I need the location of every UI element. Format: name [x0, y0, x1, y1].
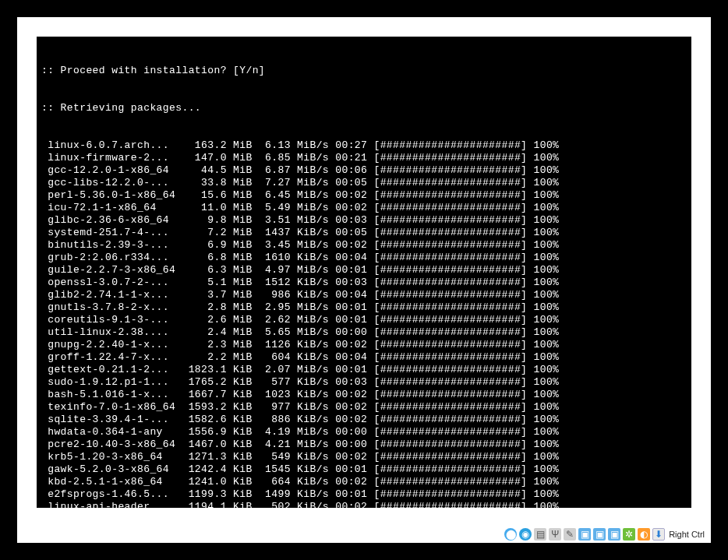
hard-disk-icon[interactable]: ⬤ [504, 528, 517, 541]
download-row: gawk-5.2.0-3-x86_64 1242.4 KiB 1545 KiB/… [41, 463, 687, 476]
download-row: sudo-1.9.12.p1-1... 1765.2 KiB 577 KiB/s… [41, 376, 687, 389]
vm-statusbar: ⬤ ◉ ▤ Ψ ✎ ▣ ▣ ▣ ✲ ◐ ⬇ Right Ctrl [33, 526, 709, 543]
floppy-icon[interactable]: ▤ [534, 528, 546, 541]
host-key-label: Right Ctrl [669, 530, 705, 539]
download-row: kbd-2.5.1-1-x86_64 1241.0 KiB 664 KiB/s … [41, 476, 687, 488]
download-row: e2fsprogs-1.46.5... 1199.3 KiB 1499 KiB/… [41, 488, 687, 501]
download-row: icu-72.1-1-x86_64 11.0 MiB 5.49 MiB/s 00… [41, 202, 687, 214]
display-icon[interactable]: ▣ [578, 528, 591, 541]
download-row: krb5-1.20-3-x86_64 1271.3 KiB 549 KiB/s … [41, 451, 687, 463]
host-key-icon[interactable]: ⬇ [652, 528, 665, 541]
download-row: grub-2:2.06.r334... 6.8 MiB 1610 KiB/s 0… [41, 252, 687, 264]
recording-icon[interactable]: ▣ [593, 528, 606, 541]
download-row: coreutils-9.1-3-... 2.6 MiB 2.62 MiB/s 0… [41, 314, 687, 326]
download-row: groff-1.22.4-7-x... 2.2 MiB 604 KiB/s 00… [41, 351, 687, 364]
download-row: linux-6.0.7.arch... 163.2 MiB 6.13 MiB/s… [41, 139, 687, 152]
download-row: openssl-3.0.7-2-... 5.1 MiB 1512 KiB/s 0… [41, 276, 687, 289]
download-row: linux-firmware-2... 147.0 MiB 6.85 MiB/s… [41, 152, 687, 164]
shared-folder-icon[interactable]: ✎ [564, 528, 576, 541]
optical-disk-icon[interactable]: ◉ [519, 528, 532, 541]
terminal-output[interactable]: :: Proceed with installation? [Y/n] :: R… [37, 37, 691, 508]
download-row: perl-5.36.0-1-x86_64 15.6 MiB 6.45 MiB/s… [41, 189, 687, 202]
prompt-line: :: Proceed with installation? [Y/n] [41, 65, 687, 77]
video-capture-icon[interactable]: ▣ [608, 528, 620, 541]
retrieving-line: :: Retrieving packages... [41, 102, 687, 114]
usb-icon[interactable]: Ψ [549, 528, 561, 541]
download-row: glib2-2.74.1-1-x... 3.7 MiB 986 KiB/s 00… [41, 289, 687, 301]
download-row: pcre2-10.40-3-x86_64 1467.0 KiB 4.21 MiB… [41, 438, 687, 451]
download-row: texinfo-7.0-1-x86_64 1593.2 KiB 977 KiB/… [41, 401, 687, 414]
download-row: gnutls-3.7.8-2-x... 2.8 MiB 2.95 MiB/s 0… [41, 301, 687, 314]
download-row: binutils-2.39-3-... 6.9 MiB 3.45 MiB/s 0… [41, 239, 687, 252]
download-row: systemd-251.7-4-... 7.2 MiB 1437 KiB/s 0… [41, 227, 687, 239]
download-row: gcc-12.2.0-1-x86_64 44.5 MiB 6.87 MiB/s … [41, 164, 687, 177]
download-row: gettext-0.21.1-2... 1823.1 KiB 2.07 MiB/… [41, 364, 687, 376]
download-row: glibc-2.36-6-x86_64 9.8 MiB 3.51 MiB/s 0… [41, 214, 687, 227]
download-row: sqlite-3.39.4-1-... 1582.6 KiB 886 KiB/s… [41, 414, 687, 426]
download-row: linux-api-header... 1194.1 KiB 502 KiB/s… [41, 501, 687, 508]
network-icon[interactable]: ✲ [623, 528, 635, 541]
download-row: hwdata-0.364-1-any 1556.9 KiB 4.19 MiB/s… [41, 426, 687, 438]
download-row: util-linux-2.38.... 2.4 MiB 5.65 MiB/s 0… [41, 326, 687, 339]
download-row: gnupg-2.2.40-1-x... 2.3 MiB 1126 KiB/s 0… [41, 339, 687, 351]
download-row: guile-2.2.7-3-x86_64 6.3 MiB 4.97 MiB/s … [41, 264, 687, 276]
download-row: bash-5.1.016-1-x... 1667.7 KiB 1023 KiB/… [41, 389, 687, 401]
mouse-integration-icon[interactable]: ◐ [638, 528, 650, 541]
download-row: gcc-libs-12.2.0-... 33.8 MiB 7.27 MiB/s … [41, 177, 687, 189]
